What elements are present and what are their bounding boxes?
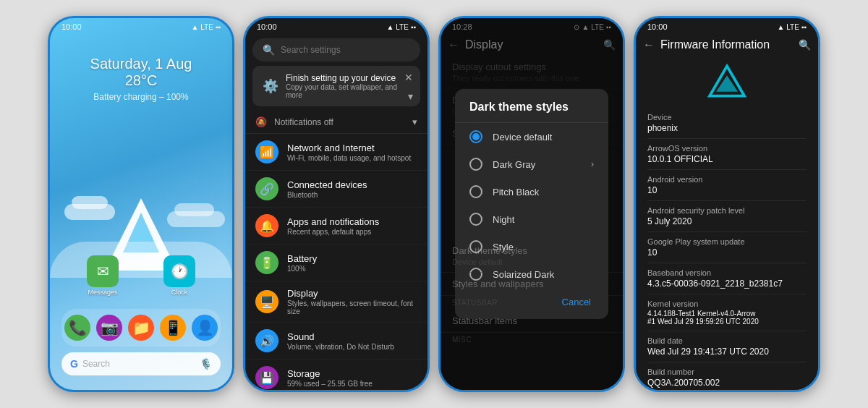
statusbar-items-label: Statusbar items (452, 315, 611, 326)
radio-pitch-black (469, 185, 482, 198)
network-sub: Wi-Fi, mobile, data usage, and hotspot (287, 154, 417, 162)
status-time-4: 10:00 (647, 22, 668, 31)
styles-wallpapers-row: Styles and wallpapers (441, 273, 623, 296)
settings-item-storage[interactable]: 💾 Storage 59% used – 25.95 GB free (245, 360, 427, 392)
battery-title: Battery (287, 253, 417, 264)
firmware-page-title: Firmware Information (660, 38, 793, 51)
settings-item-devices[interactable]: 🔗 Connected devices Bluetooth (245, 171, 427, 208)
device-label: Device (647, 113, 807, 122)
firmware-baseband: Baseband version 4.3.c5-00036-0921_2218_… (647, 263, 807, 294)
app-clock[interactable]: 🕐 Clock (163, 255, 195, 296)
buildnum-label: Build number (647, 367, 807, 376)
storage-text: Storage 59% used – 25.95 GB free (287, 368, 417, 388)
firmware-screen: 10:00 ▲ LTE ▪▪ ← Firmware Information 🔍 (636, 18, 818, 390)
status-icons-4: ▲ LTE ▪▪ (777, 23, 807, 31)
firmware-device: Device phoenix (647, 108, 807, 139)
devices-icon: 🔗 (255, 177, 278, 200)
app-messages[interactable]: ✉ Messages (87, 255, 119, 296)
settings-item-network[interactable]: 📶 Network and Internet Wi-Fi, mobile, da… (245, 134, 427, 171)
gplay-label: Google Play system update (647, 237, 807, 246)
option-label-2: Pitch Black (493, 187, 594, 197)
firmware-logo-area (636, 56, 818, 108)
sound-text: Sound Volume, vibration, Do Not Disturb (287, 331, 417, 351)
chevron-down-icon[interactable]: ▾ (408, 90, 413, 102)
status-icons-2: ▲ LTE ▪▪ (386, 23, 416, 31)
apps-sub: Recent apps, default apps (287, 228, 417, 236)
settings-screen: 10:00 ▲ LTE ▪▪ 🔍 ⚙️ Finish setting up yo… (245, 18, 427, 390)
signal-icon-2: ▲ (386, 23, 393, 31)
below-dialog: Dark theme styles Device default Styles … (441, 239, 623, 347)
dock-phone[interactable]: 📞 (64, 315, 90, 341)
display-sub: Styles, wallpapers, screen timeout, font… (287, 299, 417, 315)
dock-area: 📞 📷 📁 📱 👤 G Search 🎙️ (50, 309, 232, 375)
dark-theme-value: Device default (452, 258, 611, 266)
statusbar-items-row: Statusbar items (441, 310, 623, 333)
setup-card-text: Finish setting up your device Copy your … (286, 73, 410, 99)
kernel-label: Kernel version (647, 299, 807, 308)
patch-label: Android security patch level (647, 206, 807, 215)
home-screen: 10:00 ▲ LTE ▪▪ Saturday, 1 Aug 28°C Batt… (50, 18, 232, 390)
search-bar-home[interactable]: G Search 🎙️ (61, 352, 221, 375)
option-dark-gray[interactable]: Dark Gray › (455, 150, 608, 178)
setup-gear-icon: ⚙️ (263, 78, 278, 94)
app-icons-row: ✉ Messages 🕐 Clock (50, 255, 232, 296)
arrowos-logo (705, 63, 749, 99)
devices-text: Connected devices Bluetooth (287, 179, 417, 199)
close-button[interactable]: ✕ (404, 72, 413, 83)
statusbar-section-label: STATUSBAR (452, 299, 611, 307)
search-input-settings[interactable] (281, 45, 410, 55)
kernel-value: 4.14.188-Test1 Kernel-v4.0-Arrow#1 Wed J… (647, 310, 807, 326)
apps-title: Apps and notifications (287, 216, 417, 227)
option-label-0: Device default (493, 132, 594, 143)
lte-label-4: LTE (786, 23, 799, 31)
firmware-arrowos: ArrowOS version 10.0.1 OFFICIAL (647, 139, 807, 170)
notification-off-icon: 🔕 (255, 116, 267, 127)
android-value: 10 (647, 185, 807, 195)
back-icon-firmware[interactable]: ← (643, 38, 655, 51)
dock-app[interactable]: 📱 (160, 315, 186, 341)
dock-files[interactable]: 📁 (128, 315, 154, 341)
phone-home: 10:00 ▲ LTE ▪▪ Saturday, 1 Aug 28°C Batt… (48, 16, 234, 392)
setup-card-sub: Copy your data, set wallpaper, and more (286, 83, 410, 99)
option-night[interactable]: Night (455, 205, 608, 233)
builddate-label: Build date (647, 336, 807, 345)
notification-off-label: Notifications off (274, 117, 333, 127)
sound-sub: Volume, vibration, Do Not Disturb (287, 343, 417, 351)
dock-contacts[interactable]: 👤 (192, 315, 218, 341)
radio-dark-gray (469, 158, 482, 171)
display-text: Display Styles, wallpapers, screen timeo… (287, 288, 417, 315)
clock-icon: 🕐 (163, 255, 195, 287)
option-device-default[interactable]: Device default (455, 123, 608, 150)
settings-search-bar[interactable]: 🔍 (252, 38, 420, 61)
settings-item-battery[interactable]: 🔋 Battery 100% (245, 245, 427, 281)
display-icon: 🖥️ (255, 290, 278, 313)
settings-item-sound[interactable]: 🔊 Sound Volume, vibration, Do Not Distur… (245, 323, 427, 360)
chevron-right-icon: ▾ (412, 116, 417, 127)
mic-icon[interactable]: 🎙️ (200, 358, 212, 370)
status-bar-1: 10:00 ▲ LTE ▪▪ (50, 18, 232, 34)
status-bar-4: 10:00 ▲ LTE ▪▪ (636, 18, 818, 34)
firmware-kernel: Kernel version 4.14.188-Test1 Kernel-v4.… (647, 294, 807, 331)
phone-firmware: 10:00 ▲ LTE ▪▪ ← Firmware Information 🔍 (634, 16, 820, 392)
chevron-right-dark-gray: › (591, 159, 594, 169)
signal-icon: ▲ (191, 23, 198, 31)
settings-item-display[interactable]: 🖥️ Display Styles, wallpapers, screen ti… (245, 281, 427, 323)
firmware-buildnum: Build number QQ3A.200705.002 (647, 362, 807, 392)
storage-title: Storage (287, 368, 417, 379)
battery-icon-4: ▪▪ (801, 23, 807, 31)
patch-value: 5 July 2020 (647, 216, 807, 226)
devices-title: Connected devices (287, 179, 417, 190)
dialog-title: Dark theme styles (455, 101, 608, 123)
network-icon: 📶 (255, 140, 278, 163)
dock-camera[interactable]: 📷 (96, 315, 122, 341)
baseband-label: Baseband version (647, 268, 807, 277)
sound-title: Sound (287, 331, 417, 342)
styles-wallpapers-label: Styles and wallpapers (452, 279, 611, 289)
search-icon-firmware[interactable]: 🔍 (799, 39, 811, 51)
baseband-value: 4.3.c5-00036-0921_2218_b2381c7 (647, 279, 807, 289)
arrowos-value: 10.0.1 OFFICIAL (647, 154, 807, 164)
builddate-value: Wed Jul 29 19:41:37 UTC 2020 (647, 347, 807, 357)
network-text: Network and Internet Wi-Fi, mobile, data… (287, 143, 417, 162)
settings-item-apps[interactable]: 🔔 Apps and notifications Recent apps, de… (245, 208, 427, 245)
option-pitch-black[interactable]: Pitch Black (455, 178, 608, 205)
